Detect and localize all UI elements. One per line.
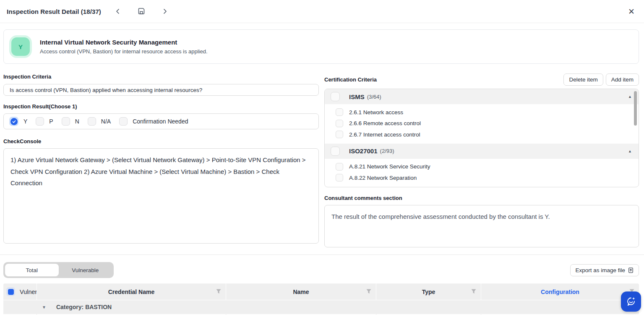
previous-item-button[interactable] [113, 6, 123, 16]
export-file-icon [628, 267, 634, 273]
table-group-row[interactable]: ▼ Category: BASTION [3, 300, 639, 314]
option-p[interactable]: P [36, 117, 53, 126]
cert-group-isms[interactable]: ISMS (3/64) ▲ [325, 89, 639, 104]
column-type[interactable]: Type [376, 284, 481, 300]
inspection-criteria-label: Inspection Criteria [3, 74, 319, 80]
cert-item[interactable]: A.8.21 Network Service Security [325, 161, 639, 173]
select-all-checkbox[interactable] [6, 287, 15, 296]
column-configuration[interactable]: Configuration [481, 284, 639, 300]
cert-item[interactable]: 2.6.7 Internet access control [325, 129, 639, 140]
close-button[interactable]: ✕ [628, 7, 635, 16]
save-button[interactable] [136, 5, 147, 17]
table-header-row: Vulnerable Credential Name Name Type Con… [3, 284, 639, 300]
inspection-result-options: Y P N N/A Confirmation Needed [3, 113, 319, 129]
dialog-title: Inspection Result Detail (18/37) [7, 8, 101, 15]
add-item-button[interactable]: Add item [606, 74, 639, 86]
checkbox-checked-icon[interactable] [9, 117, 18, 126]
group-checkbox-icon[interactable] [331, 92, 340, 101]
filter-icon[interactable] [366, 289, 372, 294]
cert-group-iso27001[interactable]: ISO27001 (2/93) ▲ [325, 144, 639, 159]
inspection-criteria-input[interactable] [3, 84, 319, 96]
consultant-comments-label: Consultant comments section [324, 195, 639, 201]
chevron-left-icon [115, 8, 121, 15]
delete-item-button[interactable]: Delete item [563, 74, 603, 86]
column-credential-name[interactable]: Credential Name [37, 284, 226, 300]
option-y[interactable]: Y [9, 117, 27, 126]
option-n[interactable]: N [62, 117, 79, 126]
item-checkbox-icon[interactable] [336, 131, 343, 138]
inspection-description: Access control (VPN, Bastion) for intern… [40, 48, 208, 55]
item-checkbox-icon[interactable] [336, 163, 343, 171]
consultant-comments-textarea[interactable]: The result of the comprehensive assessme… [324, 205, 639, 247]
option-confirmation-needed[interactable]: Confirmation Needed [119, 117, 188, 126]
checkbox-unchecked-icon[interactable] [62, 117, 70, 126]
collapse-caret-icon[interactable]: ▲ [628, 149, 632, 153]
save-icon [137, 7, 146, 16]
checkconsole-textarea[interactable]: 1) Azure Virtual Network Gateway > (Sele… [3, 148, 319, 244]
filter-icon[interactable] [216, 289, 222, 294]
item-checkbox-icon[interactable] [336, 174, 343, 181]
checkbox-unchecked-icon[interactable] [88, 117, 96, 126]
inspection-title: Internal Virtual Network Security Manage… [40, 39, 208, 46]
filter-icon[interactable] [471, 289, 477, 294]
item-checkbox-icon[interactable] [336, 120, 343, 127]
column-vulnerable: Vulnerable [3, 284, 37, 300]
group-collapse-caret-icon[interactable]: ▼ [42, 305, 46, 310]
inspection-summary-card: Y Internal Virtual Network Security Mana… [3, 29, 639, 64]
result-status-badge: Y [11, 37, 30, 56]
cert-item[interactable]: 2.6.1 Network access [325, 107, 639, 118]
export-image-button[interactable]: Export as image file [570, 264, 639, 276]
certification-criteria-panel: ISMS (3/64) ▲ 2.6.1 Network access 2.6.6… [324, 89, 639, 187]
chevron-right-icon [162, 8, 168, 15]
next-item-button[interactable] [160, 6, 170, 16]
option-na[interactable]: N/A [88, 117, 111, 126]
collapse-caret-icon[interactable]: ▲ [628, 94, 632, 99]
inspection-result-label: Inspection Result(Choose 1) [3, 103, 319, 110]
dialog-header: Inspection Result Detail (18/37) ✕ [0, 0, 644, 23]
checkconsole-label: CheckConsole [3, 138, 319, 144]
resource-tabs: Total Vulnerable [3, 262, 114, 278]
certification-criteria-label: Certification Criteria [324, 76, 377, 83]
assistant-fab-button[interactable] [621, 291, 641, 312]
cert-item[interactable]: A.8.22 Network Separation [325, 172, 639, 184]
resources-table: Vulnerable Credential Name Name Type Con… [3, 284, 639, 315]
panel-scrollbar[interactable] [634, 91, 637, 126]
checkbox-unchecked-icon[interactable] [36, 117, 44, 126]
tab-total[interactable]: Total [5, 264, 59, 276]
checkbox-unchecked-icon[interactable] [119, 117, 128, 126]
chat-assistant-icon [626, 296, 636, 307]
group-row-label: Category: BASTION [56, 304, 112, 310]
group-checkbox-icon[interactable] [331, 147, 340, 156]
tab-vulnerable[interactable]: Vulnerable [59, 264, 112, 276]
column-name[interactable]: Name [226, 284, 376, 300]
item-checkbox-icon[interactable] [336, 108, 343, 116]
cert-item[interactable]: 2.6.6 Remote access control [325, 118, 639, 129]
